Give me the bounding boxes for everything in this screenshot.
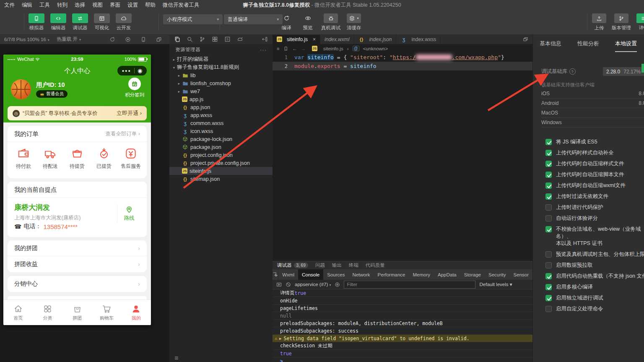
help-circle-icon[interactable]: ? xyxy=(569,68,576,75)
mode-select[interactable]: 小程序模式▾ xyxy=(163,14,223,24)
menu-item-拼团收益[interactable]: 拼团收益› xyxy=(8,256,147,272)
panel-tab-代码质量[interactable]: 代码质量 xyxy=(366,262,385,268)
tree-item-lib[interactable]: ▸lib xyxy=(169,71,273,79)
panel-tab-调试器[interactable]: 调试器3, 69 xyxy=(277,262,308,268)
refresh-icon[interactable] xyxy=(109,36,115,42)
store-phone-number[interactable]: 1358574**** xyxy=(43,223,78,230)
search-icon[interactable] xyxy=(187,36,193,42)
log-levels-select[interactable]: Default levels ▾ xyxy=(479,281,512,287)
git-branch-icon[interactable] xyxy=(199,36,205,42)
menu-item[interactable]: 微信开发者工具 xyxy=(163,2,200,9)
view-all-orders-link[interactable]: 查看全部订单 › xyxy=(105,130,140,138)
editor-tab-siteinfo.js[interactable]: JSsiteinfo.js× xyxy=(273,34,320,44)
menu-item[interactable]: 编辑 xyxy=(22,2,32,9)
action-版本管理[interactable]: 版本管理 xyxy=(612,13,631,31)
breadcrumb-symbol[interactable]: <unknown> xyxy=(363,46,388,51)
setting-option[interactable]: 不校验合法域名、web-view（业务域名）、 本以及 HTTPS 证书 xyxy=(545,226,644,247)
devtools-tab-Memory[interactable]: Memory xyxy=(409,269,434,280)
menu-item[interactable]: 界面 xyxy=(110,2,120,9)
action-详情[interactable]: 详情 xyxy=(636,13,644,31)
setting-option[interactable]: 启用独立域进行调试 xyxy=(545,294,644,302)
panel-tab-问题[interactable]: 问题 xyxy=(315,262,325,268)
checkbox-checked-icon[interactable] xyxy=(545,295,552,301)
tree-item-package.json[interactable]: package.json xyxy=(169,143,273,151)
code-line[interactable]: 1var siteinfo = { "siteroot": "https:/.c… xyxy=(273,53,532,62)
list-icon[interactable]: ≡ xyxy=(277,46,280,51)
store-icon[interactable]: S xyxy=(224,36,231,42)
toolbar-button-可视化[interactable]: 可视化 xyxy=(92,13,112,31)
console-filter-input[interactable] xyxy=(344,281,475,289)
hot-reload-toggle[interactable]: 热重载 开▾ xyxy=(57,36,81,42)
tree-item-狮子鱼修复前端11.8新规则[interactable]: ▾狮子鱼修复前端11.8新规则 xyxy=(169,63,273,71)
clear-console-icon[interactable] xyxy=(286,282,291,287)
setting-option[interactable]: 上传代码时自动压缩样式文件 xyxy=(545,160,644,167)
menu-item[interactable]: 选择 xyxy=(75,2,85,9)
nav-back-icon[interactable]: ← xyxy=(292,46,297,51)
devtools-tab-Sensor[interactable]: Sensor xyxy=(510,269,532,280)
checkbox-checked-icon[interactable] xyxy=(545,150,552,156)
close-tab-icon[interactable]: × xyxy=(313,36,316,42)
toolbar-button-编辑器[interactable]: 编辑器 xyxy=(49,13,68,31)
devtools-tab-AppData[interactable]: AppData xyxy=(434,269,460,280)
order-item-待配送[interactable]: 待配送 xyxy=(37,147,64,170)
wechat-capsule[interactable]: ●●●◉ xyxy=(117,66,147,76)
editor-tab-index.wxml[interactable]: index.wxml xyxy=(320,34,354,44)
outline-list-icon[interactable]: ≡ xyxy=(174,354,178,362)
device-select[interactable]: 6/7/8 Plus 100% 16▾ xyxy=(4,37,49,42)
order-item-已提货[interactable]: 已提货 xyxy=(91,147,117,170)
setting-option[interactable]: 启用数据预拉取 xyxy=(545,262,644,269)
compile-mode-select[interactable]: 普通编译▾ xyxy=(224,14,283,24)
tree-item-app.wxss[interactable]: ʒapp.wxss xyxy=(169,111,273,119)
tree-item-project.private.config.json[interactable]: {}project.private.config.json xyxy=(169,159,273,167)
cut-green-button[interactable] xyxy=(641,64,644,73)
action-预览[interactable]: 预览 xyxy=(300,13,316,31)
setting-option[interactable]: 自动运行体验评分 xyxy=(545,215,644,222)
setting-option[interactable]: 启用自定义处理命令 xyxy=(545,305,644,313)
toolbar-button-云开发[interactable]: 云开发 xyxy=(114,13,133,31)
phone-frame-icon[interactable] xyxy=(140,36,146,42)
expand-arrow-icon[interactable]: ▶ xyxy=(279,336,281,341)
context-select[interactable]: appservice (#7) ▾ xyxy=(295,282,331,287)
avatar[interactable] xyxy=(11,79,31,99)
devtools-tab-Performance[interactable]: Performance xyxy=(374,269,409,280)
order-item-待提货[interactable]: 待提货 xyxy=(64,147,91,170)
vip-open-button[interactable]: 立即开通 › xyxy=(117,109,142,117)
action-清缓存[interactable]: ▾清缓存 xyxy=(346,13,362,31)
setting-option[interactable]: 上传时过滤无依赖文件 xyxy=(545,193,644,200)
checkbox-unchecked-icon[interactable] xyxy=(545,262,552,268)
tree-item-app.json[interactable]: {}app.json xyxy=(169,103,273,111)
panel-tab-输出[interactable]: 输出 xyxy=(332,262,342,268)
play-panel-icon[interactable] xyxy=(276,282,282,287)
menu-item-我的拼团[interactable]: 我的拼团› xyxy=(8,240,147,256)
checkbox-unchecked-icon[interactable] xyxy=(545,215,552,221)
tab-首页[interactable]: 首页 xyxy=(3,300,33,325)
tree-item-lionfish_comshop[interactable]: ▸lionfish_comshop xyxy=(169,79,273,87)
collapse-sidebar-icon[interactable] xyxy=(262,36,268,42)
checkbox-checked-icon[interactable] xyxy=(545,193,552,200)
breadcrumb-file[interactable]: siteinfo.js xyxy=(323,46,343,51)
checkbox-unchecked-icon[interactable] xyxy=(545,251,552,258)
tab-分类[interactable]: 分类 xyxy=(33,300,62,325)
checkbox-checked-icon[interactable] xyxy=(545,284,552,290)
setting-option[interactable]: 启用多核心编译 xyxy=(545,284,644,291)
setting-option[interactable]: 上传代码时自动压缩脚本文件 xyxy=(545,171,644,178)
files-icon[interactable] xyxy=(174,36,180,42)
tab-我的[interactable]: 我的 xyxy=(122,300,151,325)
tree-item-common.wxss[interactable]: ʒcommon.wxss xyxy=(169,119,273,127)
checkbox-checked-icon[interactable] xyxy=(545,273,552,279)
checkbox-checked-icon[interactable] xyxy=(545,182,552,189)
devtools-tab-Storage[interactable]: Storage xyxy=(460,269,485,280)
setting-option[interactable]: 上传时进行代码保护 xyxy=(545,204,644,211)
settings-tab-基本信息[interactable]: 基本信息 xyxy=(540,40,561,52)
devtools-tab-Wxml[interactable]: Wxml xyxy=(278,269,298,280)
settings-tab-本地设置[interactable]: 本地设置 xyxy=(615,40,637,52)
editor-tab-index.json[interactable]: {}index.json xyxy=(354,34,396,44)
checkbox-unchecked-icon[interactable] xyxy=(545,306,552,312)
checkbox-unchecked-icon[interactable] xyxy=(545,204,552,211)
tree-item-app.js[interactable]: JSapp.js xyxy=(169,95,273,103)
signin-button[interactable]: 积分签到 xyxy=(125,78,144,98)
action-编译[interactable]: 编译 xyxy=(278,13,294,31)
tree-item-package-lock.json[interactable]: package-lock.json xyxy=(169,135,273,143)
extensions-icon[interactable] xyxy=(212,36,218,42)
devtools-tab-Network[interactable]: Network xyxy=(348,269,374,280)
